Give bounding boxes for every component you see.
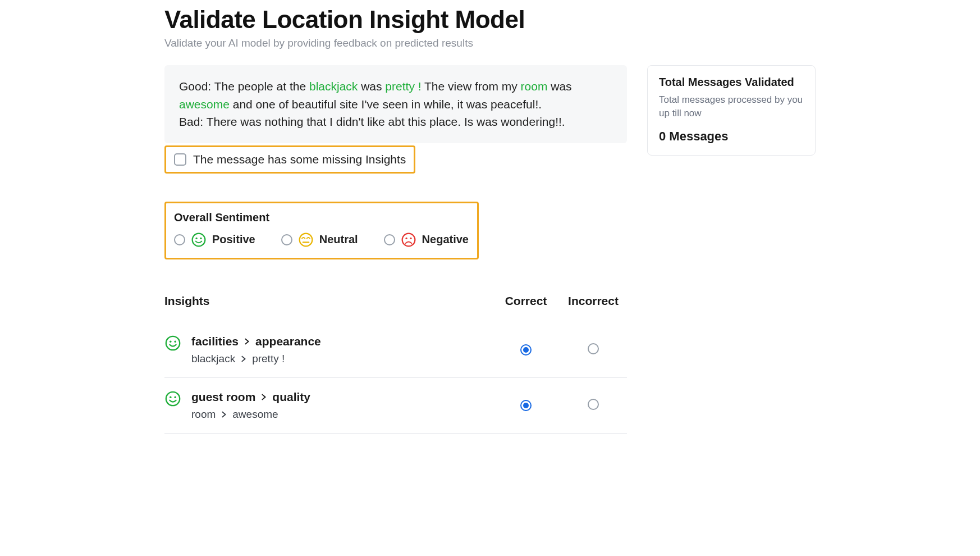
svg-point-10 [174,340,176,343]
highlight-term: pretty ! [385,80,421,93]
message-box: Good: The people at the blackjack was pr… [164,65,627,143]
sentiment-label: Neutral [319,233,358,246]
total-validated-card: Total Messages Validated Total messages … [647,65,816,156]
page-subtitle: Validate your AI model by providing feed… [164,37,816,49]
col-correct-header: Correct [492,294,560,308]
insight-radio-incorrect[interactable] [588,399,599,410]
meh-icon [298,232,314,248]
sentiment-label: Positive [212,233,255,246]
smile-icon [164,390,181,407]
insight-category: facilitiesappearance [191,335,321,348]
insight-row: guest roomqualityroomawesome [164,378,627,434]
insight-terms: roomawesome [191,408,310,421]
svg-point-9 [170,340,172,343]
bad-text: There was nothing that I didn't like abt… [203,115,565,128]
svg-point-8 [166,336,180,349]
insights-title: Insights [164,294,492,308]
smile-icon [164,335,181,352]
sentiment-option-neutral[interactable]: Neutral [281,232,358,248]
col-incorrect-header: Incorrect [560,294,627,308]
page-title: Validate Location Insight Model [164,6,816,34]
svg-point-0 [193,233,205,246]
highlight-term: awesome [179,98,230,111]
svg-point-12 [170,396,172,398]
svg-point-5 [402,233,415,246]
insight-radio-correct[interactable] [520,344,532,356]
svg-point-1 [195,237,197,239]
insight-radio-correct[interactable] [520,400,532,411]
sentiment-option-positive[interactable]: Positive [174,232,255,248]
insight-radio-incorrect[interactable] [588,343,599,354]
good-label: Good: [179,80,211,93]
sentiment-label: Negative [422,233,469,246]
missing-insights-checkbox[interactable] [174,153,186,166]
chevron-right-icon [220,411,228,418]
chevron-right-icon [240,355,248,363]
svg-point-3 [299,233,312,246]
overall-sentiment-box: Overall Sentiment PositiveNeutralNegativ… [164,202,479,259]
svg-point-6 [405,237,407,239]
svg-point-7 [410,237,411,239]
highlight-term: room [521,80,548,93]
sentiment-radio-neutral[interactable] [281,234,292,245]
sentiment-radio-positive[interactable] [174,234,185,245]
overall-sentiment-options: PositiveNeutralNegative [174,232,469,248]
frown-icon [401,232,416,248]
svg-point-2 [200,237,202,239]
insight-terms: blackjackpretty ! [191,353,321,365]
total-validated-subtitle: Total messages processed by you up till … [659,93,804,120]
insight-category: guest roomquality [191,390,310,404]
total-validated-value: 0 Messages [659,129,804,144]
missing-insights-box: The message has some missing Insights [164,145,415,174]
chevron-right-icon [243,338,251,345]
highlight-term: blackjack [309,80,358,93]
svg-point-11 [166,391,180,405]
smile-icon [191,232,207,248]
insights-header: Insights Correct Incorrect [164,294,627,308]
insight-row: facilitiesappearanceblackjackpretty ! [164,322,627,378]
total-validated-title: Total Messages Validated [659,76,804,89]
missing-insights-checkbox-row[interactable]: The message has some missing Insights [174,153,406,166]
message-good: Good: The people at the blackjack was pr… [179,78,612,113]
missing-insights-label: The message has some missing Insights [193,153,406,166]
svg-point-13 [174,396,176,398]
sentiment-radio-negative[interactable] [384,234,395,245]
overall-sentiment-title: Overall Sentiment [174,211,469,224]
bad-label: Bad: [179,115,203,128]
sentiment-option-negative[interactable]: Negative [384,232,469,248]
chevron-right-icon [260,393,268,401]
message-bad: Bad: There was nothing that I didn't lik… [179,113,612,131]
